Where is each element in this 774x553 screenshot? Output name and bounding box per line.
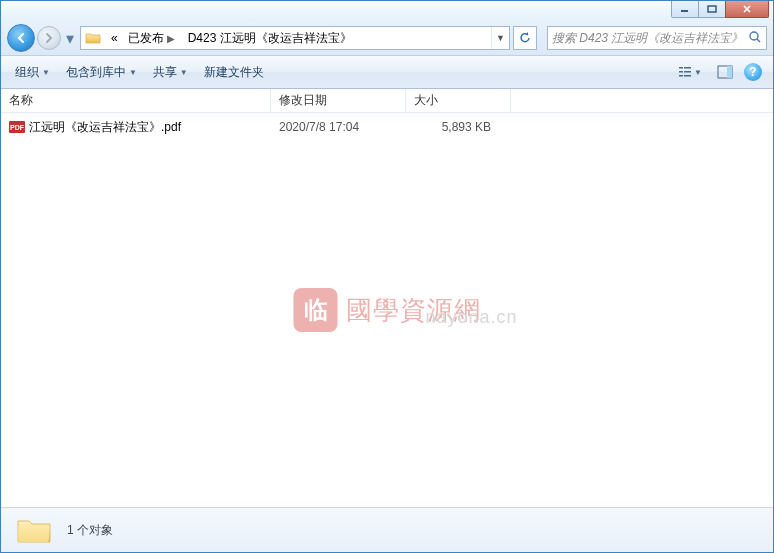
chevron-down-icon: ▼ [180, 68, 188, 77]
chevron-down-icon: ▼ [42, 68, 50, 77]
back-button[interactable] [7, 24, 35, 52]
forward-button[interactable] [37, 26, 61, 50]
status-bar: 1 个对象 [1, 507, 773, 552]
column-date-header[interactable]: 修改日期 [271, 89, 406, 112]
breadcrumb-segment[interactable]: D423 江远明《改运吉祥法宝》 [182, 27, 356, 49]
title-bar [1, 1, 773, 21]
svg-rect-7 [684, 67, 691, 69]
watermark: 临 國學資源網 nayona.cn [294, 288, 481, 332]
column-name-header[interactable]: 名称 [1, 89, 271, 112]
newfolder-label: 新建文件夹 [204, 64, 264, 81]
chevron-right-icon: ▶ [164, 33, 178, 44]
share-button[interactable]: 共享 ▼ [147, 60, 194, 85]
organize-button[interactable]: 组织 ▼ [9, 60, 56, 85]
watermark-url: nayona.cn [426, 307, 518, 328]
svg-rect-5 [679, 71, 683, 73]
breadcrumb-label: 已发布 [128, 30, 164, 47]
svg-rect-0 [681, 10, 688, 12]
help-button[interactable]: ? [741, 60, 765, 84]
file-date: 2020/7/8 17:04 [271, 120, 406, 134]
preview-pane-button[interactable] [713, 60, 737, 84]
watermark-stamp: 临 [294, 288, 338, 332]
svg-rect-1 [708, 6, 716, 12]
file-list[interactable]: PDF 江远明《改运吉祥法宝》.pdf 2020/7/8 17:04 5,893… [1, 113, 773, 507]
maximize-button[interactable] [698, 1, 726, 18]
window-controls [671, 1, 769, 18]
question-icon: ? [744, 63, 762, 81]
status-count: 1 个对象 [67, 522, 113, 539]
chevron-down-icon: ▼ [129, 68, 137, 77]
share-label: 共享 [153, 64, 177, 81]
folder-icon [15, 514, 53, 546]
toolbar: 组织 ▼ 包含到库中 ▼ 共享 ▼ 新建文件夹 ▼ ? [1, 55, 773, 89]
organize-label: 组织 [15, 64, 39, 81]
svg-rect-6 [679, 75, 683, 77]
breadcrumb-label: D423 江远明《改运吉祥法宝》 [188, 30, 352, 47]
include-library-button[interactable]: 包含到库中 ▼ [60, 60, 143, 85]
svg-rect-8 [684, 71, 691, 73]
breadcrumb-overflow[interactable]: « [105, 27, 122, 49]
nav-arrows: ▾ [7, 24, 76, 52]
refresh-button[interactable] [513, 26, 537, 50]
history-dropdown-icon[interactable]: ▾ [63, 28, 76, 48]
svg-point-2 [750, 32, 758, 40]
watermark-text: 國學資源網 [346, 293, 481, 328]
svg-rect-9 [684, 75, 691, 77]
file-name: 江远明《改运吉祥法宝》.pdf [29, 119, 181, 136]
navigation-bar: ▾ « 已发布 ▶ D423 江远明《改运吉祥法宝》 ▼ 搜索 D423 [1, 21, 773, 55]
content-area: 名称 修改日期 大小 PDF 江远明《改运吉祥法宝》.pdf 2020/7/8 … [1, 89, 773, 507]
file-size: 5,893 KB [406, 120, 511, 134]
explorer-window: ▾ « 已发布 ▶ D423 江远明《改运吉祥法宝》 ▼ 搜索 D423 [0, 0, 774, 553]
svg-line-3 [757, 39, 760, 42]
search-placeholder: 搜索 D423 江远明《改运吉祥法宝》 [552, 30, 743, 47]
column-size-header[interactable]: 大小 [406, 89, 511, 112]
breadcrumb-segment[interactable]: 已发布 ▶ [122, 27, 182, 49]
address-bar[interactable]: « 已发布 ▶ D423 江远明《改运吉祥法宝》 ▼ [80, 26, 510, 50]
pdf-icon: PDF [9, 121, 25, 133]
new-folder-button[interactable]: 新建文件夹 [198, 60, 270, 85]
folder-icon [83, 28, 103, 48]
search-input[interactable]: 搜索 D423 江远明《改运吉祥法宝》 [547, 26, 767, 50]
view-options-button[interactable]: ▼ [671, 60, 709, 84]
minimize-button[interactable] [671, 1, 699, 18]
close-button[interactable] [725, 1, 769, 18]
file-row[interactable]: PDF 江远明《改运吉祥法宝》.pdf 2020/7/8 17:04 5,893… [1, 117, 773, 137]
svg-rect-11 [727, 66, 732, 78]
svg-rect-4 [679, 67, 683, 69]
library-label: 包含到库中 [66, 64, 126, 81]
column-headers: 名称 修改日期 大小 [1, 89, 773, 113]
search-icon [748, 30, 762, 47]
chevron-down-icon: ▼ [694, 68, 702, 77]
address-dropdown-icon[interactable]: ▼ [491, 27, 509, 49]
